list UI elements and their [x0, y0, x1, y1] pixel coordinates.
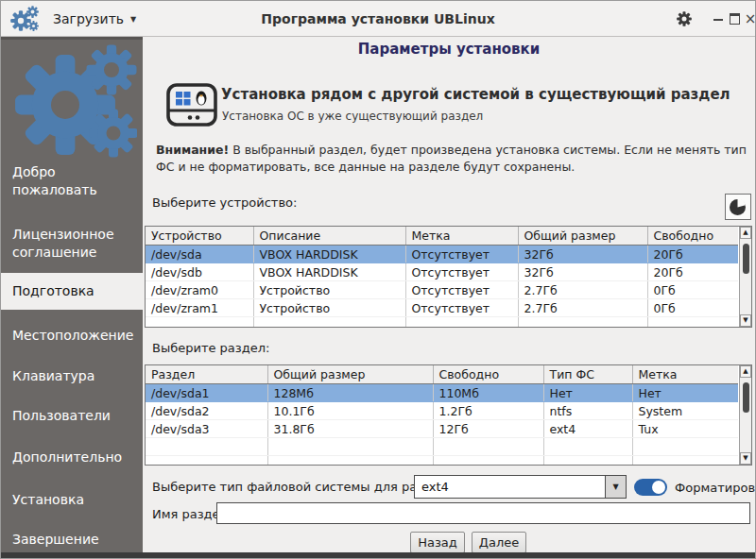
- column-header: Метка: [405, 227, 518, 246]
- sidebar-item-8[interactable]: Установка: [12, 491, 139, 509]
- table-row[interactable]: /dev/zram0УстройствоОтсутствует2.7Гб0Гб: [146, 281, 738, 299]
- window-bottom-edge: [1, 552, 755, 558]
- table-row[interactable]: /dev/sda1128Мб110МбНетНет: [146, 384, 738, 402]
- toggle-knob: [652, 481, 665, 494]
- table-cell: /dev/sdb: [146, 263, 253, 281]
- titlebar: Загрузить ▼ Программа установки UBLinux …: [1, 1, 755, 37]
- vertical-scrollbar[interactable]: ▲▼: [739, 227, 751, 327]
- table-row[interactable]: /dev/zram1УстройствоОтсутствует2.7Гб0Гб: [146, 299, 738, 317]
- table-cell: 110Мб: [433, 384, 543, 402]
- column-header: Раздел: [146, 365, 267, 384]
- back-button[interactable]: Назад: [410, 532, 465, 553]
- table-cell: Отсутствует: [405, 299, 518, 317]
- warning-text: Внимание! В выбранный раздел, будет прои…: [156, 142, 748, 176]
- column-header: Устройство: [146, 227, 253, 246]
- table-cell: 2.7Гб: [518, 299, 647, 317]
- format-toggle[interactable]: [634, 479, 667, 496]
- pie-chart-icon: [729, 197, 747, 216]
- table-cell: 0Гб: [647, 281, 738, 299]
- gears-graphic-icon: [7, 42, 137, 160]
- sidebar-item-4[interactable]: Местоположение: [12, 327, 139, 345]
- page-title: Параметры установки: [143, 41, 755, 58]
- minimize-button[interactable]: [710, 1, 727, 37]
- column-header: Тип ФС: [543, 365, 632, 384]
- next-button[interactable]: Далее: [472, 532, 526, 553]
- sidebar-item-7[interactable]: Дополнительно: [12, 449, 139, 466]
- column-header: Свободно: [433, 365, 543, 384]
- scroll-up-icon[interactable]: ▲: [740, 227, 751, 239]
- scroll-thumb[interactable]: [743, 382, 749, 413]
- device-table-label: Выберите устройство:: [152, 195, 297, 210]
- table-cell: 12Гб: [433, 420, 543, 438]
- empty-row: [146, 317, 738, 329]
- table-cell: /dev/sda: [146, 246, 253, 263]
- column-header: Метка: [632, 365, 738, 384]
- table-cell: 32Гб: [518, 246, 647, 263]
- table-row[interactable]: /dev/sdbVBOX HARDDISKОтсутствует32Гб20Гб: [146, 263, 738, 281]
- fs-type-value: ext4: [415, 476, 605, 498]
- table-cell: Отсутствует: [405, 281, 518, 299]
- option-heading: Установка рядом с другой системой в суще…: [221, 86, 730, 103]
- table-cell: Отсутствует: [405, 246, 518, 263]
- table-cell: /dev/sda3: [146, 420, 267, 438]
- partition-name-input[interactable]: [216, 502, 750, 524]
- minimize-icon: [713, 19, 723, 21]
- maximize-icon: [730, 13, 740, 25]
- table-cell: VBOX HARDDISK: [253, 263, 405, 281]
- table-row[interactable]: /dev/sdaVBOX HARDDISKОтсутствует32Гб20Гб: [146, 246, 738, 263]
- settings-gear-icon[interactable]: [676, 10, 693, 27]
- table-cell: Нет: [632, 384, 738, 402]
- sidebar-item-2[interactable]: Лицензионное соглашение: [12, 226, 139, 262]
- scroll-down-icon[interactable]: ▼: [740, 314, 751, 327]
- app-gears-icon: [10, 5, 43, 33]
- table-cell: 128Мб: [267, 384, 433, 402]
- device-table: УстройствоОписаниеМеткаОбщий размерСвобо…: [145, 226, 752, 328]
- fs-type-dropdown[interactable]: ext4 ▼: [414, 475, 627, 499]
- scroll-thumb[interactable]: [743, 244, 749, 274]
- table-cell: 20Гб: [647, 263, 738, 281]
- table-cell: 2.7Гб: [518, 281, 647, 299]
- table-cell: Нет: [543, 384, 632, 402]
- sidebar: Добро пожаловатьЛицензионное соглашениеП…: [1, 37, 143, 558]
- close-button[interactable]: ×: [742, 1, 756, 37]
- table-cell: 32Гб: [518, 263, 647, 281]
- close-icon: ×: [745, 10, 756, 27]
- table-cell: Tux: [632, 420, 738, 438]
- sidebar-item-1[interactable]: Добро пожаловать: [12, 163, 139, 199]
- table-cell: 20Гб: [647, 246, 738, 263]
- load-button[interactable]: Загрузить ▼: [53, 1, 136, 37]
- chevron-down-icon[interactable]: ▼: [605, 476, 626, 498]
- table-cell: 31.8Гб: [267, 420, 433, 438]
- table-cell: Устройство: [253, 299, 405, 317]
- table-cell: System: [632, 402, 738, 420]
- partition-table: РазделОбщий размерСвободноТип ФСМетка/de…: [145, 364, 752, 466]
- maximize-button[interactable]: [726, 1, 743, 37]
- sidebar-item-5[interactable]: Клавиатура: [12, 367, 139, 385]
- table-cell: Отсутствует: [405, 263, 518, 281]
- partition-table-label: Выберите раздел:: [152, 341, 269, 355]
- table-cell: VBOX HARDDISK: [253, 246, 405, 263]
- main-content: Параметры установки Установка рядом с др…: [143, 37, 755, 558]
- scroll-up-icon[interactable]: ▲: [740, 365, 751, 378]
- vertical-scrollbar[interactable]: ▲▼: [739, 365, 751, 465]
- load-button-label: Загрузить: [53, 11, 124, 26]
- sidebar-item-3[interactable]: Подготовка: [1, 273, 143, 310]
- sidebar-item-6[interactable]: Пользователи: [12, 407, 139, 425]
- option-subheading: Установка ОС в уже существующий раздел: [222, 110, 483, 123]
- table-cell: /dev/zram0: [146, 281, 253, 299]
- installer-window: Загрузить ▼ Программа установки UBLinux …: [0, 0, 756, 559]
- table-cell: 10.1Гб: [267, 402, 433, 420]
- table-row[interactable]: /dev/sda210.1Гб1.2ГбntfsSystem: [146, 402, 738, 420]
- table-cell: ext4: [543, 420, 632, 438]
- column-header: Общий размер: [518, 227, 647, 246]
- scroll-down-icon[interactable]: ▼: [740, 452, 751, 465]
- empty-row: [146, 456, 738, 466]
- data-grid: РазделОбщий размерСвободноТип ФСМетка/de…: [146, 365, 738, 466]
- table-cell: 1.2Гб: [433, 402, 543, 420]
- table-cell: /dev/sda1: [146, 384, 267, 402]
- table-row[interactable]: /dev/sda331.8Гб12Гбext4Tux: [146, 420, 738, 438]
- warning-rest: В выбранный раздел, будет произведена ус…: [156, 143, 747, 174]
- sidebar-item-9[interactable]: Завершение: [12, 531, 139, 549]
- table-cell: ntfs: [543, 402, 632, 420]
- pie-chart-button[interactable]: [725, 194, 751, 220]
